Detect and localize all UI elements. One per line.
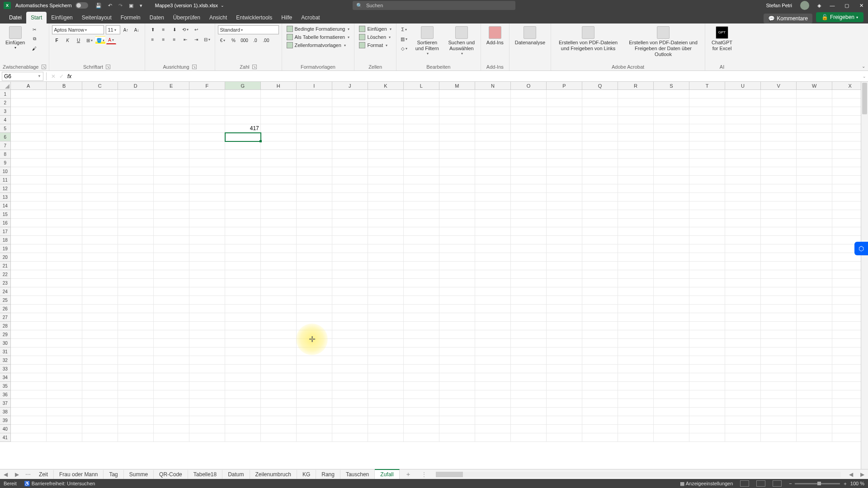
cell[interactable] xyxy=(618,236,654,244)
cell[interactable] xyxy=(154,270,189,279)
cell[interactable] xyxy=(297,433,332,442)
chevron-down-icon[interactable]: ⌄ xyxy=(221,3,224,8)
merge-icon[interactable]: ⊟ xyxy=(202,35,212,43)
cell[interactable] xyxy=(547,408,582,416)
cell[interactable] xyxy=(225,227,261,236)
cell[interactable] xyxy=(154,296,189,305)
cell[interactable] xyxy=(11,365,47,373)
cell[interactable] xyxy=(547,347,582,356)
cell[interactable] xyxy=(82,287,118,296)
search-box[interactable]: 🔍 Suchen xyxy=(353,1,515,10)
cell[interactable] xyxy=(547,287,582,296)
expand-formula-icon[interactable]: ⌄ xyxy=(861,74,868,79)
cell[interactable] xyxy=(47,399,82,408)
cell[interactable] xyxy=(82,433,118,442)
cell[interactable] xyxy=(404,116,439,124)
cell[interactable] xyxy=(261,330,297,339)
cell[interactable] xyxy=(154,253,189,262)
chatgpt-button[interactable]: GPTChatGPT for Excel xyxy=(708,25,736,52)
cell[interactable] xyxy=(725,176,761,184)
cell[interactable] xyxy=(11,416,47,425)
column-header[interactable]: U xyxy=(725,82,761,89)
cell[interactable] xyxy=(761,433,797,442)
cell[interactable] xyxy=(689,287,725,296)
cell[interactable] xyxy=(118,356,154,365)
cell[interactable] xyxy=(475,296,511,305)
cell[interactable] xyxy=(761,330,797,339)
zoom-slider[interactable] xyxy=(795,483,840,484)
cell[interactable] xyxy=(761,382,797,390)
cell[interactable] xyxy=(118,99,154,107)
cell[interactable] xyxy=(404,202,439,210)
cell[interactable] xyxy=(189,356,225,365)
row-header[interactable]: 22 xyxy=(0,270,11,279)
cell[interactable] xyxy=(654,287,689,296)
cell[interactable] xyxy=(725,236,761,244)
cell[interactable] xyxy=(82,159,118,167)
cell[interactable] xyxy=(761,399,797,408)
launcher-icon[interactable]: ↘ xyxy=(42,65,46,69)
cell[interactable] xyxy=(225,107,261,116)
cell[interactable] xyxy=(261,305,297,313)
cell[interactable] xyxy=(511,150,547,159)
currency-icon[interactable]: € xyxy=(218,36,228,44)
cell[interactable] xyxy=(547,133,582,141)
tab-start[interactable]: Start xyxy=(26,12,47,23)
cell[interactable] xyxy=(47,116,82,124)
cell[interactable] xyxy=(654,193,689,202)
cell[interactable] xyxy=(47,382,82,390)
sheet-tab[interactable]: KG xyxy=(297,470,316,479)
cell[interactable] xyxy=(797,116,832,124)
cell[interactable] xyxy=(82,227,118,236)
row-header[interactable]: 21 xyxy=(0,262,11,270)
cell[interactable] xyxy=(654,159,689,167)
cell[interactable] xyxy=(189,124,225,133)
cell[interactable] xyxy=(368,133,404,141)
cell[interactable] xyxy=(82,244,118,253)
cell[interactable] xyxy=(154,116,189,124)
column-header[interactable]: F xyxy=(189,82,225,89)
cell[interactable] xyxy=(11,244,47,253)
cell[interactable] xyxy=(654,279,689,287)
cell[interactable] xyxy=(118,124,154,133)
cell[interactable] xyxy=(332,133,368,141)
cell[interactable] xyxy=(368,356,404,365)
row-header[interactable]: 30 xyxy=(0,339,11,347)
cell[interactable] xyxy=(47,287,82,296)
cell[interactable] xyxy=(761,373,797,382)
cell[interactable] xyxy=(189,227,225,236)
cell[interactable] xyxy=(404,347,439,356)
cell[interactable] xyxy=(689,356,725,365)
cell[interactable] xyxy=(618,176,654,184)
cell[interactable] xyxy=(261,244,297,253)
cell[interactable] xyxy=(261,236,297,244)
cell[interactable] xyxy=(725,408,761,416)
cell[interactable] xyxy=(11,150,47,159)
cell[interactable] xyxy=(225,270,261,279)
cell[interactable] xyxy=(297,150,332,159)
cell[interactable] xyxy=(797,339,832,347)
cell[interactable] xyxy=(368,339,404,347)
cell[interactable] xyxy=(404,408,439,416)
cell[interactable] xyxy=(368,433,404,442)
cell[interactable] xyxy=(618,90,654,99)
row-header[interactable]: 4 xyxy=(0,116,11,124)
cell[interactable] xyxy=(689,236,725,244)
column-header[interactable]: B xyxy=(47,82,82,89)
cell[interactable] xyxy=(689,382,725,390)
cell[interactable] xyxy=(547,227,582,236)
cell[interactable] xyxy=(82,210,118,219)
cell[interactable] xyxy=(368,219,404,227)
indent-dec-icon[interactable]: ⇤ xyxy=(180,35,190,43)
cell[interactable] xyxy=(725,322,761,330)
autosum-icon[interactable]: Σ xyxy=(399,25,409,33)
cell[interactable] xyxy=(761,90,797,99)
cell[interactable] xyxy=(47,176,82,184)
cell[interactable] xyxy=(511,244,547,253)
tab-devtools[interactable]: Entwicklertools xyxy=(231,12,277,23)
cell[interactable] xyxy=(189,347,225,356)
cell[interactable] xyxy=(654,124,689,133)
cell[interactable] xyxy=(47,90,82,99)
cell[interactable] xyxy=(797,270,832,279)
cell[interactable] xyxy=(297,382,332,390)
